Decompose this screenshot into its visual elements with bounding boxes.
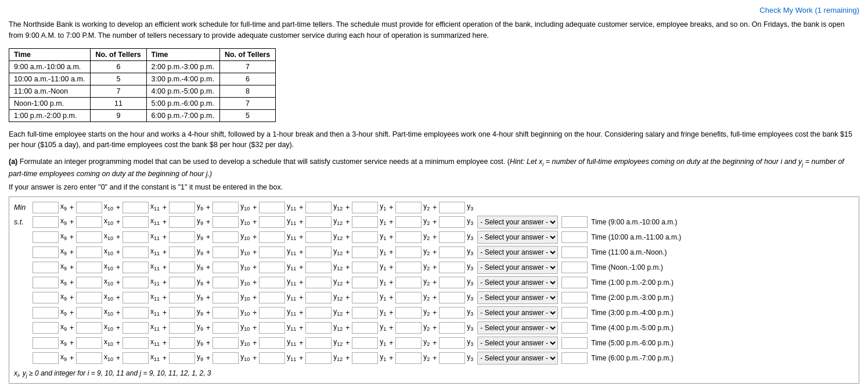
c4-y1-coeff[interactable] xyxy=(352,277,378,288)
c9-y1-coeff[interactable] xyxy=(352,352,378,364)
obj-y2-coeff[interactable] xyxy=(395,202,422,213)
c1-y10-coeff[interactable] xyxy=(213,231,239,243)
c1-y3-coeff[interactable] xyxy=(439,231,465,243)
c6-y12-coeff[interactable] xyxy=(305,307,332,319)
c1-y11-coeff[interactable] xyxy=(259,231,285,243)
c3-x11-coeff[interactable] xyxy=(123,262,149,273)
c8-y12-coeff[interactable] xyxy=(305,337,332,349)
c4-y11-coeff[interactable] xyxy=(259,277,285,288)
c9-y12-coeff[interactable] xyxy=(305,352,332,364)
c8-y3-coeff[interactable] xyxy=(439,337,465,349)
c3-y10-coeff[interactable] xyxy=(213,262,239,273)
c0-x9-coeff[interactable] xyxy=(33,216,59,228)
c5-x11-coeff[interactable] xyxy=(123,292,149,303)
obj-x9-coeff[interactable] xyxy=(33,202,59,213)
c8-x9-coeff[interactable] xyxy=(33,337,59,349)
c7-x10-coeff[interactable] xyxy=(76,322,102,334)
c8-y1-coeff[interactable] xyxy=(352,337,378,349)
constraint-select-7[interactable]: - Select your answer -≤≥= xyxy=(477,321,558,334)
constraint-select-3[interactable]: - Select your answer -≤≥= xyxy=(477,261,558,274)
constraint-select-4[interactable]: - Select your answer -≤≥= xyxy=(477,276,558,289)
c0-y11-coeff[interactable] xyxy=(259,216,285,228)
c9-y3-coeff[interactable] xyxy=(439,352,465,364)
c4-y10-coeff[interactable] xyxy=(213,277,239,288)
constraint-select-6[interactable]: - Select your answer -≤≥= xyxy=(477,306,558,319)
c6-x10-coeff[interactable] xyxy=(76,307,102,319)
constraint-rhs-4[interactable] xyxy=(561,277,588,288)
c5-y10-coeff[interactable] xyxy=(213,292,239,303)
c4-y9-coeff[interactable] xyxy=(169,277,195,288)
c2-x10-coeff[interactable] xyxy=(76,246,102,258)
c0-y2-coeff[interactable] xyxy=(395,216,422,228)
c3-y1-coeff[interactable] xyxy=(352,262,378,273)
c5-x9-coeff[interactable] xyxy=(33,292,59,303)
c4-y2-coeff[interactable] xyxy=(395,277,422,288)
c6-x9-coeff[interactable] xyxy=(33,307,59,319)
c7-y3-coeff[interactable] xyxy=(439,322,465,334)
obj-y3-coeff[interactable] xyxy=(439,202,465,213)
c7-y9-coeff[interactable] xyxy=(169,322,195,334)
constraint-rhs-3[interactable] xyxy=(561,262,588,273)
c4-y3-coeff[interactable] xyxy=(439,277,465,288)
c8-y11-coeff[interactable] xyxy=(259,337,285,349)
c0-y10-coeff[interactable] xyxy=(213,216,239,228)
c3-x10-coeff[interactable] xyxy=(76,262,102,273)
c3-y9-coeff[interactable] xyxy=(169,262,195,273)
c7-y12-coeff[interactable] xyxy=(305,322,332,334)
c3-y2-coeff[interactable] xyxy=(395,262,422,273)
constraint-rhs-2[interactable] xyxy=(561,246,588,258)
c7-y11-coeff[interactable] xyxy=(259,322,285,334)
obj-x10-coeff[interactable] xyxy=(76,202,102,213)
c5-y3-coeff[interactable] xyxy=(439,292,465,303)
constraint-select-8[interactable]: - Select your answer -≤≥= xyxy=(477,337,558,349)
c7-x9-coeff[interactable] xyxy=(33,322,59,334)
c5-y2-coeff[interactable] xyxy=(395,292,422,303)
c2-y3-coeff[interactable] xyxy=(439,246,465,258)
obj-y10-coeff[interactable] xyxy=(213,202,239,213)
c4-x10-coeff[interactable] xyxy=(76,277,102,288)
c9-x11-coeff[interactable] xyxy=(123,352,149,364)
obj-x11-coeff[interactable] xyxy=(123,202,149,213)
c5-y1-coeff[interactable] xyxy=(352,292,378,303)
constraint-select-0[interactable]: - Select your answer -≤≥= xyxy=(477,216,558,228)
c0-y9-coeff[interactable] xyxy=(169,216,195,228)
c2-y1-coeff[interactable] xyxy=(352,246,378,258)
c7-x11-coeff[interactable] xyxy=(123,322,149,334)
c8-y10-coeff[interactable] xyxy=(213,337,239,349)
constraint-rhs-7[interactable] xyxy=(561,322,588,334)
constraint-select-9[interactable]: - Select your answer -≤≥= xyxy=(477,352,558,364)
c6-y11-coeff[interactable] xyxy=(259,307,285,319)
constraint-select-2[interactable]: - Select your answer -≤≥= xyxy=(477,246,558,259)
c4-x9-coeff[interactable] xyxy=(33,277,59,288)
c2-y12-coeff[interactable] xyxy=(305,246,332,258)
c1-y12-coeff[interactable] xyxy=(305,231,332,243)
constraint-rhs-0[interactable] xyxy=(561,216,588,228)
c4-y12-coeff[interactable] xyxy=(305,277,332,288)
constraint-rhs-6[interactable] xyxy=(561,307,588,319)
check-my-work[interactable]: Check My Work (1 remaining) xyxy=(9,6,859,15)
c9-x10-coeff[interactable] xyxy=(76,352,102,364)
c2-x11-coeff[interactable] xyxy=(123,246,149,258)
c6-y10-coeff[interactable] xyxy=(213,307,239,319)
c5-x10-coeff[interactable] xyxy=(76,292,102,303)
c3-x9-coeff[interactable] xyxy=(33,262,59,273)
c8-y2-coeff[interactable] xyxy=(395,337,422,349)
c4-x11-coeff[interactable] xyxy=(123,277,149,288)
c2-y9-coeff[interactable] xyxy=(169,246,195,258)
c3-y12-coeff[interactable] xyxy=(305,262,332,273)
c5-y12-coeff[interactable] xyxy=(305,292,332,303)
constraint-rhs-1[interactable] xyxy=(561,231,588,243)
c1-x11-coeff[interactable] xyxy=(123,231,149,243)
obj-y9-coeff[interactable] xyxy=(169,202,195,213)
c7-y1-coeff[interactable] xyxy=(352,322,378,334)
c2-x9-coeff[interactable] xyxy=(33,246,59,258)
c1-x10-coeff[interactable] xyxy=(76,231,102,243)
c6-y2-coeff[interactable] xyxy=(395,307,422,319)
c1-y1-coeff[interactable] xyxy=(352,231,378,243)
c2-y10-coeff[interactable] xyxy=(213,246,239,258)
c8-x11-coeff[interactable] xyxy=(123,337,149,349)
c0-x11-coeff[interactable] xyxy=(123,216,149,228)
c0-y12-coeff[interactable] xyxy=(305,216,332,228)
c1-y9-coeff[interactable] xyxy=(169,231,195,243)
c7-y2-coeff[interactable] xyxy=(395,322,422,334)
